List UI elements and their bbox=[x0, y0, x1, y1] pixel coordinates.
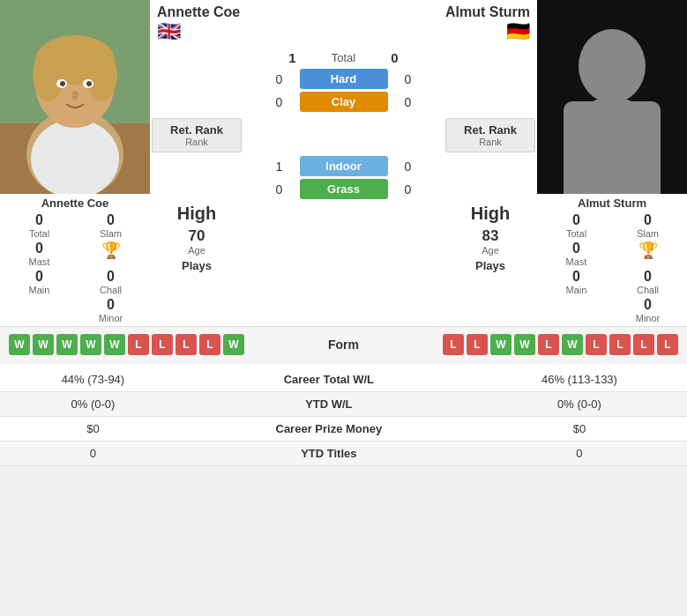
high-spacer bbox=[331, 204, 357, 224]
right-minor-val: 0 bbox=[644, 297, 652, 313]
left-main-val: 0 bbox=[35, 269, 43, 285]
clay-score-left: 0 bbox=[266, 95, 293, 109]
left-rank-box: Ret. Rank Rank bbox=[152, 118, 242, 152]
stat-cell-right: 0% (0-0) bbox=[472, 392, 687, 417]
right-main2-pair: 0 Main bbox=[544, 269, 609, 295]
form-badge-right: L bbox=[443, 334, 464, 355]
high-row: High High bbox=[150, 204, 537, 224]
left-minor-pair: 0 Minor bbox=[78, 297, 143, 323]
indoor-badge: Indoor bbox=[300, 156, 388, 176]
right-player-column: Almut Sturm 0 Total 0 Slam 0 Mast 🏆 bbox=[537, 0, 687, 326]
form-section: WWWWWLLLLW Form LLWWLWLLLL bbox=[0, 326, 687, 364]
left-player-name-center: Annette Coe 🇬🇧 bbox=[157, 4, 240, 43]
form-badge-right: W bbox=[562, 334, 583, 355]
stat-cell-left: 44% (73-94) bbox=[0, 367, 186, 392]
form-badge-left: W bbox=[56, 334, 78, 355]
form-badge-left: W bbox=[80, 334, 101, 355]
left-player-column: Annette Coe 0 Total 0 Slam 0 Mast 🏆 bbox=[0, 0, 150, 326]
age-row: 70 Age 83 Age bbox=[150, 227, 537, 256]
total-score-left: 1 bbox=[280, 50, 306, 65]
svg-point-12 bbox=[71, 91, 78, 100]
indoor-row: 1 Indoor 0 bbox=[150, 156, 537, 176]
right-main-label: Main bbox=[566, 285, 587, 295]
right-flag: 🇩🇪 bbox=[506, 20, 530, 42]
right-mast-pair: 0 Mast bbox=[544, 241, 609, 267]
spacer bbox=[331, 118, 357, 152]
left-slam-label: Slam bbox=[100, 228, 122, 239]
right-rank-box: Ret. Rank Rank bbox=[445, 118, 535, 152]
svg-point-7 bbox=[86, 48, 117, 101]
svg-point-14 bbox=[579, 29, 646, 103]
stats-table: 44% (73-94)Career Total W/L46% (113-133)… bbox=[0, 367, 687, 466]
left-slam-val: 0 bbox=[107, 212, 115, 228]
left-chall-val: 0 bbox=[107, 269, 115, 285]
right-total-pair: 0 Total bbox=[544, 212, 609, 239]
hard-score-left: 0 bbox=[266, 72, 293, 86]
form-badge-right: L bbox=[586, 334, 607, 355]
stats-row: 44% (73-94)Career Total W/L46% (113-133) bbox=[0, 367, 687, 392]
clay-score-right: 0 bbox=[395, 95, 422, 109]
left-player-stats: 0 Total 0 Slam 0 Mast 🏆 0 Main bbox=[0, 210, 150, 326]
right-total-val: 0 bbox=[572, 212, 580, 228]
stat-cell-right: 46% (113-133) bbox=[472, 367, 687, 392]
hard-score-right: 0 bbox=[395, 72, 422, 86]
right-player-stats: 0 Total 0 Slam 0 Mast 🏆 0 Main bbox=[537, 210, 687, 326]
stat-cell-right: 0 bbox=[472, 442, 687, 466]
right-trophy-icon: 🏆 bbox=[638, 241, 658, 260]
right-trophy-icon-pair: 🏆 bbox=[616, 241, 680, 267]
stat-cell-right: $0 bbox=[472, 417, 687, 442]
right-chall-label: Chall bbox=[637, 285, 659, 295]
form-badge-right: W bbox=[514, 334, 535, 355]
right-player-photo bbox=[537, 0, 687, 194]
left-trophy-icon: 🏆 bbox=[101, 241, 121, 260]
form-badge-right: L bbox=[657, 334, 678, 355]
left-rank-top: Ret. Rank bbox=[154, 123, 239, 137]
left-minor-val: 0 bbox=[107, 297, 115, 313]
form-row: WWWWWLLLLW Form LLWWLWLLLL bbox=[9, 334, 678, 355]
left-plays-text: Plays bbox=[157, 259, 236, 272]
form-badge-left: W bbox=[104, 334, 125, 355]
age-spacer bbox=[331, 227, 357, 256]
total-label: Total bbox=[313, 51, 375, 64]
grass-row: 0 Grass 0 bbox=[150, 179, 537, 199]
total-score-row: 1 Total 0 bbox=[150, 50, 537, 65]
left-chall-pair: 0 Chall bbox=[78, 269, 143, 295]
right-main-val: 0 bbox=[572, 269, 580, 285]
left-high-text: High bbox=[157, 204, 236, 224]
right-slam-val: 0 bbox=[644, 212, 652, 228]
grass-score-left: 0 bbox=[266, 182, 293, 197]
player-names-row: Annette Coe 🇬🇧 Almut Sturm 🇩🇪 bbox=[150, 4, 537, 43]
right-slam-label: Slam bbox=[637, 228, 659, 239]
form-badge-right: L bbox=[538, 334, 559, 355]
stats-row: 0% (0-0)YTD W/L0% (0-0) bbox=[0, 392, 687, 417]
left-total-pair: 0 Total bbox=[7, 212, 71, 239]
left-player-name: Annette Coe bbox=[0, 197, 150, 210]
left-age-val: 70 bbox=[157, 227, 236, 245]
right-rank-top: Ret. Rank bbox=[448, 123, 533, 137]
right-minor-label: Minor bbox=[636, 313, 661, 323]
stat-cell-center: YTD W/L bbox=[186, 392, 472, 417]
form-badge-left: W bbox=[33, 334, 54, 355]
total-score-right: 0 bbox=[382, 50, 408, 65]
right-mast-val: 0 bbox=[572, 241, 580, 256]
form-badge-right: L bbox=[633, 334, 654, 355]
stat-cell-center: YTD Titles bbox=[186, 442, 472, 466]
svg-point-10 bbox=[60, 81, 65, 86]
svg-rect-16 bbox=[564, 101, 661, 194]
left-minor-label: Minor bbox=[99, 313, 123, 323]
right-age-val: 83 bbox=[451, 227, 530, 245]
left-mast-pair: 0 Mast bbox=[7, 241, 71, 267]
left-slam-pair: 0 Slam bbox=[78, 212, 143, 239]
main-container: Annette Coe 0 Total 0 Slam 0 Mast 🏆 bbox=[0, 0, 687, 466]
rank-boxes-row: Ret. Rank Rank Ret. Rank Rank bbox=[150, 118, 537, 152]
right-age-label: Age bbox=[451, 245, 530, 256]
right-player-name-center: Almut Sturm 🇩🇪 bbox=[445, 4, 530, 43]
left-trophy-icon-pair: 🏆 bbox=[78, 241, 143, 267]
right-player-name: Almut Sturm bbox=[537, 197, 687, 210]
plays-spacer bbox=[331, 259, 357, 272]
right-high-text: High bbox=[451, 204, 530, 224]
right-mast-label: Mast bbox=[566, 256, 587, 267]
right-total-label: Total bbox=[566, 228, 586, 239]
left-name-text: Annette Coe bbox=[157, 4, 240, 19]
left-total-val: 0 bbox=[35, 212, 43, 228]
